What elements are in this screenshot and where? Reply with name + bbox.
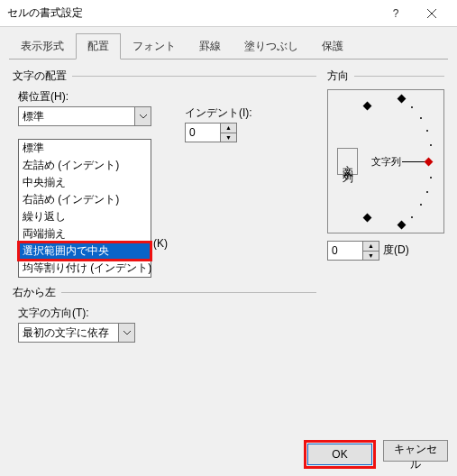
- tab-format[interactable]: 表示形式: [9, 33, 76, 60]
- dot-icon: [426, 191, 428, 193]
- text-direction-combo[interactable]: 最初の文字に依存: [18, 323, 135, 343]
- close-icon: [427, 9, 436, 18]
- spin-up-icon[interactable]: ▲: [221, 124, 236, 133]
- tab-border[interactable]: 罫線: [187, 33, 233, 60]
- group-label-rtl: 右から左: [13, 285, 56, 300]
- tab-alignment[interactable]: 配置: [76, 33, 121, 60]
- dot-icon: [420, 204, 422, 206]
- dot-icon: [430, 144, 432, 146]
- right-column: 方向 文字列 文字列: [327, 69, 444, 343]
- orientation-group: 方向: [327, 69, 444, 84]
- orientation-horizontal-label: 文字列: [371, 155, 401, 169]
- horizontal-label: 横位置(H):: [18, 89, 316, 105]
- tab-font[interactable]: フォント: [121, 33, 187, 60]
- dot-icon: [426, 130, 428, 132]
- titlebar: セルの書式設定 ?: [0, 0, 457, 27]
- diamond-icon: [398, 95, 407, 104]
- dropdown-option[interactable]: 標準: [19, 140, 151, 157]
- spin-down-icon[interactable]: ▼: [221, 133, 236, 142]
- diamond-icon: [363, 214, 372, 223]
- chevron-down-icon[interactable]: [118, 324, 134, 342]
- indent-label: インデント(I):: [185, 105, 252, 121]
- text-alignment-group: 文字の配置: [13, 69, 316, 84]
- dropdown-option[interactable]: 中央揃え: [19, 174, 151, 191]
- degree-row: ▲ ▼ 度(D): [327, 239, 444, 261]
- group-label-orientation: 方向: [327, 69, 349, 84]
- dropdown-option[interactable]: 均等割り付け (インデント): [19, 260, 151, 277]
- horizontal-combo[interactable]: 標準: [18, 106, 151, 126]
- horizontal-dropdown[interactable]: 標準 左詰め (インデント) 中央揃え 右詰め (インデント) 繰り返し 両端揃…: [18, 139, 151, 278]
- dialog-footer: OK キャンセル: [304, 440, 448, 469]
- orientation-marker-icon: [425, 158, 434, 167]
- orientation-dial[interactable]: 文字列 文字列: [327, 89, 444, 233]
- degree-input[interactable]: [328, 242, 362, 260]
- dot-icon: [411, 106, 413, 108]
- tab-fill[interactable]: 塗りつぶし: [233, 33, 310, 60]
- indent-spinbox[interactable]: ▲ ▼: [185, 123, 237, 142]
- degree-label: 度(D): [383, 243, 409, 258]
- close-button[interactable]: [414, 1, 450, 26]
- ok-highlight: OK: [304, 440, 376, 469]
- diamond-icon: [398, 221, 407, 230]
- tab-strip: 表示形式 配置 フォント 罫線 塗りつぶし 保護: [9, 32, 448, 60]
- horizontal-combo-value: 標準: [19, 107, 134, 125]
- ok-button[interactable]: OK: [307, 444, 372, 465]
- dropdown-option[interactable]: 両端揃え: [19, 225, 151, 243]
- dot-icon: [411, 216, 413, 218]
- diamond-icon: [363, 102, 372, 111]
- dot-icon: [430, 177, 432, 178]
- dropdown-option[interactable]: 左詰め (インデント): [19, 157, 151, 174]
- chevron-down-icon[interactable]: [134, 107, 151, 125]
- dropdown-option-selected[interactable]: 選択範囲内で中央: [19, 243, 151, 260]
- cancel-button[interactable]: キャンセル: [383, 440, 448, 462]
- dropdown-option[interactable]: 右詰め (インデント): [19, 191, 151, 208]
- degree-spinbox[interactable]: ▲ ▼: [327, 241, 379, 261]
- dropdown-option[interactable]: 繰り返し: [19, 208, 151, 225]
- group-label-alignment: 文字の配置: [13, 69, 67, 84]
- text-direction-value: 最初の文字に依存: [19, 324, 118, 342]
- rtl-group: 右から左: [13, 285, 316, 300]
- dot-icon: [420, 117, 422, 119]
- tab-protection[interactable]: 保護: [310, 33, 355, 60]
- orientation-vertical-label[interactable]: 文字列: [337, 148, 358, 175]
- spin-down-icon[interactable]: ▼: [363, 252, 379, 261]
- indent-input[interactable]: [186, 124, 220, 142]
- indent-block: インデント(I): ▲ ▼: [185, 105, 252, 142]
- dialog-title: セルの書式設定: [7, 5, 378, 21]
- help-button[interactable]: ?: [378, 1, 414, 26]
- spin-up-icon[interactable]: ▲: [363, 242, 379, 252]
- text-direction-label: 文字の方向(T):: [18, 306, 316, 321]
